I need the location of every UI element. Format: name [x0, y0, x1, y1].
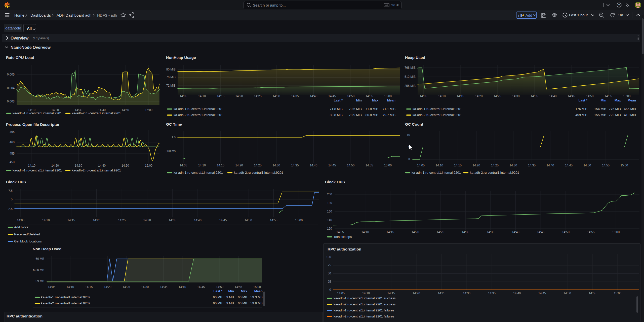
svg-text:722 MiB: 722 MiB [609, 113, 621, 117]
svg-text:14:15: 14:15 [454, 164, 462, 167]
svg-text:14:50: 14:50 [347, 164, 354, 167]
svg-text:All: All [27, 26, 32, 30]
svg-text:14:30: 14:30 [462, 230, 469, 234]
svg-text:Received/Deleted: Received/Deleted [14, 232, 40, 236]
svg-text:GC Count: GC Count [405, 122, 423, 126]
svg-text:14:10: 14:10 [66, 285, 74, 289]
svg-text:Last *: Last * [334, 98, 343, 102]
svg-text:Dashboards: Dashboards [30, 13, 51, 17]
svg-text:14:45: 14:45 [197, 285, 205, 289]
svg-text:Block OPS: Block OPS [6, 180, 26, 184]
svg-text:14:40: 14:40 [194, 219, 202, 222]
svg-text:ka-adh-2.ru-central1.internal:: ka-adh-2.ru-central1.internal:9201 [174, 113, 223, 117]
svg-text:7.5: 7.5 [8, 189, 13, 193]
svg-text:Max: Max [241, 289, 248, 293]
svg-text:14:40: 14:40 [512, 230, 519, 234]
svg-text:Last 1 hour: Last 1 hour [569, 13, 588, 17]
svg-text:ka-adh-1.ru-central1.internal:: ka-adh-1.ru-central1.internal:9201 [413, 107, 462, 111]
svg-text:NameNode Overview: NameNode Overview [11, 45, 51, 50]
svg-text:14:20: 14:20 [104, 285, 111, 289]
svg-text:776 MiB: 776 MiB [609, 107, 621, 111]
svg-text:ka-adh-2.ru-central1.internal:: ka-adh-2.ru-central1.internal:9201 succe… [334, 302, 396, 306]
svg-text:14:05: 14:05 [48, 285, 55, 289]
svg-text:NonHeap Usage: NonHeap Usage [166, 55, 196, 60]
svg-text:14:30: 14:30 [463, 292, 470, 295]
svg-text:RPC authorization: RPC authorization [328, 247, 361, 251]
svg-text:80.8 MiB: 80.8 MiB [366, 113, 378, 117]
svg-text:14:20: 14:20 [235, 164, 243, 167]
svg-text:14:30: 14:30 [143, 219, 151, 222]
svg-text:14:40: 14:40 [98, 164, 106, 167]
svg-text:15:00: 15:00 [384, 164, 392, 167]
svg-text:ka-adh-1.ru-central1.internal:: ka-adh-1.ru-central1.internal:9201 failu… [334, 308, 394, 312]
svg-text:Min: Min [228, 289, 234, 293]
svg-text:Mean: Mean [628, 98, 636, 102]
svg-text:Non Heap Used: Non Heap Used [33, 247, 62, 251]
svg-text:Rate CPU Load: Rate CPU Load [6, 55, 34, 60]
svg-text:14:25: 14:25 [491, 164, 499, 167]
svg-text:ka-adh-1.ru-central1.internal:: ka-adh-1.ru-central1.internal:9201 [13, 168, 62, 172]
svg-text:59 MB: 59 MB [224, 301, 234, 305]
svg-text:Mean: Mean [387, 98, 395, 102]
svg-text:Last *: Last * [214, 289, 223, 293]
svg-text:59 MB: 59 MB [224, 295, 234, 299]
svg-text:14:55: 14:55 [602, 164, 610, 167]
svg-text:Min: Min [601, 98, 606, 102]
svg-text:14:35: 14:35 [169, 219, 176, 222]
svg-text:460: 460 [10, 140, 15, 144]
svg-text:14:20: 14:20 [51, 164, 59, 167]
svg-text:Process Open file Descriptor: Process Open file Descriptor [6, 122, 60, 127]
svg-text:14:30: 14:30 [75, 164, 82, 167]
svg-text:datanode: datanode [5, 26, 21, 30]
svg-text:14:15: 14:15 [387, 292, 395, 295]
svg-text:14:40: 14:40 [179, 285, 186, 289]
svg-text:59 MB: 59 MB [35, 279, 44, 283]
svg-text:14:10: 14:10 [42, 219, 50, 222]
svg-text:15:00: 15:00 [614, 292, 621, 295]
svg-text:180: 180 [327, 201, 332, 205]
svg-text:5: 5 [11, 198, 13, 201]
svg-text:Total file ops: Total file ops [334, 235, 352, 239]
svg-text:459 MiB: 459 MiB [575, 113, 587, 117]
svg-text:14:10: 14:10 [362, 292, 370, 295]
svg-text:Search or jump to...: Search or jump to... [253, 3, 286, 7]
svg-text:1 s: 1 s [172, 135, 176, 139]
svg-text:ka-adh-1.ru-central1.internal:: ka-adh-1.ru-central1.internal:9201 [13, 111, 62, 115]
svg-text:71.8 MiB: 71.8 MiB [330, 107, 343, 111]
svg-text:466 MiB: 466 MiB [624, 107, 636, 111]
svg-text:GC Time: GC Time [166, 122, 182, 126]
svg-text:15:00: 15:00 [620, 164, 628, 167]
svg-text:Max: Max [615, 98, 621, 102]
svg-text:ka-adh-1.ru-central1.internal:: ka-adh-1.ru-central1.internal:9202 [41, 295, 90, 299]
svg-text:50: 50 [328, 272, 331, 275]
svg-text:14:25: 14:25 [254, 164, 262, 167]
svg-text:ka-adh-2.ru-central1.internal:: ka-adh-2.ru-central1.internal:9201 [413, 113, 462, 117]
svg-text:256 MiB: 256 MiB [405, 84, 416, 88]
svg-text:14:40: 14:40 [513, 292, 521, 295]
svg-text:(16 panels): (16 panels) [33, 36, 49, 40]
svg-text:14:25: 14:25 [118, 219, 126, 222]
svg-text:14:10: 14:10 [361, 230, 369, 234]
svg-text:14:35: 14:35 [160, 285, 167, 289]
svg-text:14:05: 14:05 [417, 164, 425, 167]
svg-text:Add block: Add block [14, 225, 29, 229]
svg-text:75: 75 [328, 264, 331, 267]
svg-text:78.9 MiB: 78.9 MiB [349, 113, 362, 117]
svg-text:59.5 MB: 59.5 MB [33, 268, 44, 272]
svg-text:465: 465 [10, 130, 15, 134]
svg-text:14:25: 14:25 [123, 285, 130, 289]
svg-text:Min: Min [356, 98, 362, 102]
svg-text:14:05: 14:05 [17, 219, 24, 222]
svg-text:155 MiB: 155 MiB [594, 113, 606, 117]
svg-text:0.004: 0.004 [7, 86, 15, 90]
svg-text:60 MB: 60 MB [35, 257, 44, 261]
svg-text:14:45: 14:45 [537, 230, 544, 234]
svg-text:Last *: Last * [579, 98, 588, 102]
svg-text:768 MiB: 768 MiB [405, 66, 416, 69]
svg-text:14:30: 14:30 [509, 164, 517, 167]
svg-text:72 MiB: 72 MiB [166, 84, 176, 87]
svg-text:14:25: 14:25 [438, 292, 445, 295]
svg-text:14:05: 14:05 [336, 230, 344, 234]
svg-text:14:55: 14:55 [589, 292, 596, 295]
svg-text:ctrl+k: ctrl+k [391, 3, 399, 7]
